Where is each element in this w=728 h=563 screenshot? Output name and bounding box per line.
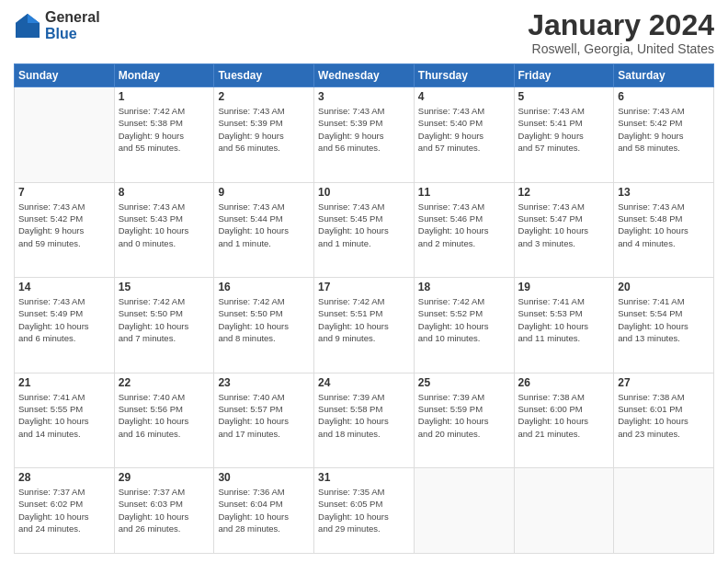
day-info: Sunrise: 7:41 AM Sunset: 5:54 PM Dayligh…: [618, 295, 710, 344]
day-cell-4: 4Sunrise: 7:43 AM Sunset: 5:40 PM Daylig…: [414, 87, 514, 183]
weekday-header-sunday: Sunday: [15, 64, 115, 87]
day-cell-29: 29Sunrise: 7:37 AM Sunset: 6:03 PM Dayli…: [114, 468, 214, 554]
day-number: 20: [618, 281, 710, 293]
day-cell-10: 10Sunrise: 7:43 AM Sunset: 5:45 PM Dayli…: [314, 182, 415, 278]
day-info: Sunrise: 7:43 AM Sunset: 5:42 PM Dayligh…: [618, 105, 710, 154]
day-number: 16: [218, 281, 310, 293]
day-info: Sunrise: 7:43 AM Sunset: 5:40 PM Dayligh…: [418, 105, 510, 154]
day-info: Sunrise: 7:42 AM Sunset: 5:50 PM Dayligh…: [119, 295, 210, 344]
day-info: Sunrise: 7:43 AM Sunset: 5:39 PM Dayligh…: [318, 105, 410, 154]
day-cell-6: 6Sunrise: 7:43 AM Sunset: 5:42 PM Daylig…: [614, 87, 714, 183]
week-row-1: 1Sunrise: 7:42 AM Sunset: 5:38 PM Daylig…: [15, 87, 714, 183]
day-info: Sunrise: 7:43 AM Sunset: 5:43 PM Dayligh…: [119, 201, 210, 249]
day-info: Sunrise: 7:43 AM Sunset: 5:48 PM Dayligh…: [618, 201, 710, 249]
week-row-4: 21Sunrise: 7:41 AM Sunset: 5:55 PM Dayli…: [15, 373, 714, 468]
day-cell-14: 14Sunrise: 7:43 AM Sunset: 5:49 PM Dayli…: [15, 278, 115, 373]
week-row-3: 14Sunrise: 7:43 AM Sunset: 5:49 PM Dayli…: [15, 278, 714, 373]
logo-text: General Blue: [45, 9, 100, 41]
weekday-header-thursday: Thursday: [414, 64, 514, 87]
day-cell-21: 21Sunrise: 7:41 AM Sunset: 5:55 PM Dayli…: [15, 373, 115, 468]
day-cell-15: 15Sunrise: 7:42 AM Sunset: 5:50 PM Dayli…: [114, 278, 214, 373]
day-number: 6: [618, 90, 710, 103]
day-info: Sunrise: 7:43 AM Sunset: 5:39 PM Dayligh…: [218, 105, 310, 154]
day-cell-18: 18Sunrise: 7:42 AM Sunset: 5:52 PM Dayli…: [414, 278, 514, 373]
header: General Blue January 2024 Roswell, Georg…: [14, 9, 714, 56]
day-number: 28: [18, 471, 110, 484]
day-number: 26: [518, 376, 610, 389]
day-info: Sunrise: 7:43 AM Sunset: 5:49 PM Dayligh…: [18, 295, 110, 344]
week-row-2: 7Sunrise: 7:43 AM Sunset: 5:42 PM Daylig…: [15, 182, 714, 278]
day-cell-25: 25Sunrise: 7:39 AM Sunset: 5:59 PM Dayli…: [414, 373, 514, 468]
day-cell-31: 31Sunrise: 7:35 AM Sunset: 6:05 PM Dayli…: [314, 468, 415, 554]
day-number: 29: [119, 471, 210, 484]
weekday-header-monday: Monday: [114, 64, 214, 87]
day-number: 19: [518, 281, 610, 293]
day-info: Sunrise: 7:41 AM Sunset: 5:53 PM Dayligh…: [518, 295, 610, 344]
page: General Blue January 2024 Roswell, Georg…: [0, 0, 728, 563]
day-number: 31: [318, 471, 410, 484]
day-number: 13: [618, 186, 710, 199]
day-number: 27: [618, 376, 710, 389]
day-number: 3: [318, 90, 410, 103]
day-cell-23: 23Sunrise: 7:40 AM Sunset: 5:57 PM Dayli…: [214, 373, 314, 468]
day-number: 8: [119, 186, 210, 199]
day-cell-27: 27Sunrise: 7:38 AM Sunset: 6:01 PM Dayli…: [614, 373, 714, 468]
empty-cell: [614, 468, 714, 554]
logo-icon: [14, 12, 41, 40]
day-cell-22: 22Sunrise: 7:40 AM Sunset: 5:56 PM Dayli…: [114, 373, 214, 468]
day-info: Sunrise: 7:43 AM Sunset: 5:41 PM Dayligh…: [518, 105, 610, 154]
day-number: 22: [119, 376, 210, 389]
day-info: Sunrise: 7:42 AM Sunset: 5:52 PM Dayligh…: [418, 295, 510, 344]
weekday-header-saturday: Saturday: [614, 64, 714, 87]
day-number: 18: [418, 281, 510, 293]
day-info: Sunrise: 7:39 AM Sunset: 5:59 PM Dayligh…: [418, 391, 510, 440]
day-cell-7: 7Sunrise: 7:43 AM Sunset: 5:42 PM Daylig…: [15, 182, 115, 278]
empty-cell: [414, 468, 514, 554]
day-cell-11: 11Sunrise: 7:43 AM Sunset: 5:46 PM Dayli…: [414, 182, 514, 278]
day-cell-17: 17Sunrise: 7:42 AM Sunset: 5:51 PM Dayli…: [314, 278, 415, 373]
day-info: Sunrise: 7:38 AM Sunset: 6:00 PM Dayligh…: [518, 391, 610, 440]
day-info: Sunrise: 7:42 AM Sunset: 5:38 PM Dayligh…: [119, 105, 210, 154]
day-number: 23: [218, 376, 310, 389]
day-cell-12: 12Sunrise: 7:43 AM Sunset: 5:47 PM Dayli…: [514, 182, 614, 278]
day-info: Sunrise: 7:40 AM Sunset: 5:56 PM Dayligh…: [119, 391, 210, 440]
month-title: January 2024: [528, 9, 714, 41]
day-info: Sunrise: 7:41 AM Sunset: 5:55 PM Dayligh…: [18, 391, 110, 440]
week-row-5: 28Sunrise: 7:37 AM Sunset: 6:02 PM Dayli…: [15, 468, 714, 554]
day-info: Sunrise: 7:40 AM Sunset: 5:57 PM Dayligh…: [218, 391, 310, 440]
day-info: Sunrise: 7:35 AM Sunset: 6:05 PM Dayligh…: [318, 486, 410, 534]
day-info: Sunrise: 7:43 AM Sunset: 5:46 PM Dayligh…: [418, 201, 510, 249]
weekday-header-row: SundayMondayTuesdayWednesdayThursdayFrid…: [15, 64, 714, 87]
day-cell-1: 1Sunrise: 7:42 AM Sunset: 5:38 PM Daylig…: [114, 87, 214, 183]
day-info: Sunrise: 7:37 AM Sunset: 6:02 PM Dayligh…: [18, 486, 110, 534]
day-cell-2: 2Sunrise: 7:43 AM Sunset: 5:39 PM Daylig…: [214, 87, 314, 183]
day-cell-20: 20Sunrise: 7:41 AM Sunset: 5:54 PM Dayli…: [614, 278, 714, 373]
weekday-header-wednesday: Wednesday: [314, 64, 415, 87]
logo-general-text: General: [45, 9, 100, 26]
day-cell-13: 13Sunrise: 7:43 AM Sunset: 5:48 PM Dayli…: [614, 182, 714, 278]
day-info: Sunrise: 7:39 AM Sunset: 5:58 PM Dayligh…: [318, 391, 410, 440]
day-info: Sunrise: 7:36 AM Sunset: 6:04 PM Dayligh…: [218, 486, 310, 534]
day-cell-8: 8Sunrise: 7:43 AM Sunset: 5:43 PM Daylig…: [114, 182, 214, 278]
day-info: Sunrise: 7:43 AM Sunset: 5:47 PM Dayligh…: [518, 201, 610, 249]
day-info: Sunrise: 7:38 AM Sunset: 6:01 PM Dayligh…: [618, 391, 710, 440]
empty-cell: [15, 87, 115, 183]
day-number: 14: [18, 281, 110, 293]
day-cell-5: 5Sunrise: 7:43 AM Sunset: 5:41 PM Daylig…: [514, 87, 614, 183]
location: Roswell, Georgia, United States: [528, 41, 714, 56]
day-number: 1: [119, 90, 210, 103]
svg-marker-2: [16, 14, 28, 23]
day-number: 12: [518, 186, 610, 199]
title-block: January 2024 Roswell, Georgia, United St…: [528, 9, 714, 56]
empty-cell: [514, 468, 614, 554]
calendar-table: SundayMondayTuesdayWednesdayThursdayFrid…: [14, 63, 714, 554]
day-number: 4: [418, 90, 510, 103]
day-number: 2: [218, 90, 310, 103]
day-number: 15: [119, 281, 210, 293]
day-number: 7: [18, 186, 110, 199]
day-number: 24: [318, 376, 410, 389]
day-info: Sunrise: 7:43 AM Sunset: 5:45 PM Dayligh…: [318, 201, 410, 249]
day-number: 9: [218, 186, 310, 199]
day-number: 11: [418, 186, 510, 199]
day-info: Sunrise: 7:42 AM Sunset: 5:50 PM Dayligh…: [218, 295, 310, 344]
